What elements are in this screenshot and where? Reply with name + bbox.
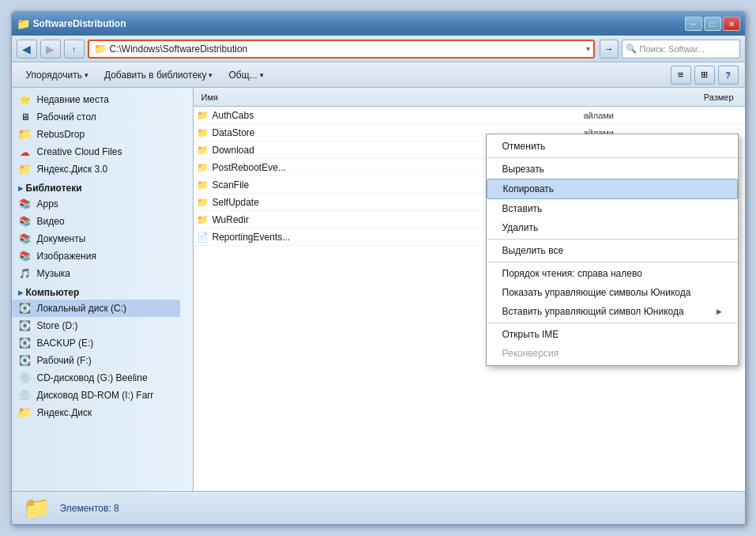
yandex-disk-2-icon: 📁 bbox=[18, 406, 32, 419]
ctx-item-cut[interactable]: Вырезать bbox=[487, 160, 738, 179]
sidebar-item-label: Видео bbox=[37, 216, 65, 227]
ctx-item-copy[interactable]: Копировать bbox=[487, 179, 738, 199]
ctx-separator bbox=[487, 262, 738, 262]
sidebar-item-yandex-disk-2[interactable]: 📁 Яндекс.Диск bbox=[12, 404, 180, 421]
go-button[interactable]: → bbox=[600, 40, 619, 59]
back-button[interactable]: ◀ bbox=[17, 40, 37, 59]
submenu-arrow-icon: ▶ bbox=[717, 308, 722, 315]
sidebar-item-e-drive[interactable]: 💽 BACKUP (E:) bbox=[12, 334, 180, 352]
view-list-button[interactable]: ≡ bbox=[671, 66, 691, 85]
ctx-item-delete[interactable]: Удалить bbox=[487, 218, 738, 237]
address-bar-row: ◀ ▶ ↑ 📁 C:\Windows\SoftwareDistribution … bbox=[12, 36, 745, 62]
video-icon: 📚 bbox=[18, 215, 32, 228]
help-button[interactable]: ? bbox=[718, 66, 739, 85]
sidebar-item-label: Недавние места bbox=[37, 94, 109, 105]
table-row[interactable]: 📁 AuthCabs айлами bbox=[194, 107, 745, 124]
sidebar-item-label: Изображения bbox=[37, 251, 96, 262]
ctx-separator bbox=[487, 323, 738, 323]
up-button[interactable]: ↑ bbox=[64, 40, 85, 59]
sidebar-item-label: Apps bbox=[37, 198, 58, 209]
ctx-item-label: Отменить bbox=[502, 141, 546, 152]
sidebar-content: ⭐ Недавние места 🖥 Рабочий стол 📁 RebusD… bbox=[12, 91, 193, 421]
close-button[interactable]: ✕ bbox=[723, 17, 740, 31]
explorer-window: 📁 SoftwareDistribution ─ □ ✕ ◀ ▶ ↑ 📁 C:\… bbox=[11, 11, 746, 525]
ctx-item-label: Удалить bbox=[502, 222, 539, 233]
music-icon: 🎵 bbox=[18, 267, 32, 280]
forward-button[interactable]: ▶ bbox=[40, 40, 61, 59]
libraries-triangle-icon: ▶ bbox=[18, 185, 23, 192]
sidebar-item-label: Яндекс.Диск bbox=[37, 407, 92, 418]
sidebar-item-label: Музыка bbox=[37, 268, 70, 279]
ctx-item-reading-order[interactable]: Порядок чтения: справа налево bbox=[487, 264, 738, 283]
organize-label: Упорядочить bbox=[26, 70, 82, 81]
search-box[interactable]: 🔍 Поиск: Softwar... bbox=[622, 40, 740, 59]
ctx-item-label: Вырезать bbox=[502, 164, 544, 175]
sidebar: ⭐ Недавние места 🖥 Рабочий стол 📁 RebusD… bbox=[12, 88, 194, 491]
sidebar-item-desktop[interactable]: 🖥 Рабочий стол bbox=[12, 108, 180, 126]
ctx-item-show-unicode[interactable]: Показать управляющие символы Юникода bbox=[487, 283, 738, 302]
file-icon: 📁 bbox=[197, 145, 209, 156]
add-to-library-button[interactable]: Добавить в библиотеку ▾ bbox=[96, 65, 221, 85]
ctx-item-select-all[interactable]: Выделить все bbox=[487, 241, 738, 260]
computer-section-header[interactable]: ▶ Компьютер bbox=[12, 282, 180, 300]
ctx-item-open-ime[interactable]: Открыть IME bbox=[487, 325, 738, 344]
ctx-item-label: Вставить bbox=[502, 203, 543, 214]
sidebar-item-c-drive[interactable]: 💽 Локальный диск (C:) bbox=[12, 300, 180, 317]
ctx-separator bbox=[487, 157, 738, 158]
libraries-section-header[interactable]: ▶ Библиотеки bbox=[12, 178, 180, 195]
status-bar: 📁 Элементов: 8 bbox=[12, 491, 745, 524]
ctx-item-label: Выделить все bbox=[502, 245, 564, 256]
file-name: DataStore bbox=[213, 127, 255, 138]
g-drive-icon: 💿 bbox=[18, 372, 32, 384]
sidebar-item-images[interactable]: 📚 Изображения bbox=[12, 247, 180, 265]
ctx-item-label: Порядок чтения: справа налево bbox=[502, 268, 642, 279]
rebusdrop-icon: 📁 bbox=[18, 128, 32, 141]
minimize-button[interactable]: ─ bbox=[685, 17, 702, 31]
col-header-name[interactable]: Имя bbox=[197, 92, 679, 102]
ctx-item-paste[interactable]: Вставить bbox=[487, 199, 738, 218]
view-details-button[interactable]: ⊞ bbox=[694, 66, 715, 85]
sidebar-item-apps[interactable]: 📚 Apps bbox=[12, 195, 180, 213]
sidebar-item-recent[interactable]: ⭐ Недавние места bbox=[12, 91, 180, 108]
sidebar-item-label: CD-дисковод (G:) Beeline bbox=[37, 372, 148, 383]
context-menu: Отменить Вырезать Копировать Вставить Уд… bbox=[486, 134, 739, 366]
file-icon: 📁 bbox=[197, 179, 209, 191]
ctx-item-label: Показать управляющие символы Юникода bbox=[502, 287, 691, 298]
col-header-size[interactable]: Размер bbox=[679, 92, 742, 102]
file-icon: 📁 bbox=[197, 162, 209, 173]
sidebar-item-g-drive[interactable]: 💿 CD-дисковод (G:) Beeline bbox=[12, 369, 180, 387]
sidebar-item-label: Документы bbox=[37, 233, 86, 244]
sidebar-item-video[interactable]: 📚 Видео bbox=[12, 213, 180, 230]
sidebar-item-creative-cloud[interactable]: ☁ Creative Cloud Files bbox=[12, 143, 180, 160]
address-folder-icon: 📁 bbox=[94, 43, 107, 55]
toolbar-right: ≡ ⊞ ? bbox=[671, 66, 739, 85]
sidebar-item-label: Яндекс.Диск 3.0 bbox=[37, 164, 108, 175]
creative-cloud-icon: ☁ bbox=[18, 145, 32, 158]
organize-button[interactable]: Упорядочить ▾ bbox=[18, 65, 96, 85]
sidebar-item-label: RebusDrop bbox=[37, 129, 85, 140]
share-arrow-icon: ▾ bbox=[260, 71, 264, 79]
computer-triangle-icon: ▶ bbox=[18, 289, 23, 296]
ctx-item-insert-unicode[interactable]: Вставить управляющий символ Юникода ▶ bbox=[487, 302, 738, 321]
sidebar-item-yandex-disk[interactable]: 📁 Яндекс.Диск 3.0 bbox=[12, 160, 180, 178]
sidebar-item-rebusdrop[interactable]: 📁 RebusDrop bbox=[12, 126, 180, 143]
sidebar-item-f-drive[interactable]: 💽 Рабочий (F:) bbox=[12, 352, 180, 369]
e-drive-icon: 💽 bbox=[18, 337, 32, 349]
address-box[interactable]: 📁 C:\Windows\SoftwareDistribution ▾ bbox=[88, 40, 595, 59]
sidebar-item-documents[interactable]: 📚 Документы bbox=[12, 230, 180, 247]
recent-icon: ⭐ bbox=[18, 93, 32, 106]
ctx-item-cancel[interactable]: Отменить bbox=[487, 137, 738, 156]
file-icon: 📁 bbox=[197, 214, 209, 225]
file-list-area: Имя Размер 📁 AuthCabs айлами 📁 DataSto bbox=[194, 88, 745, 491]
add-to-library-label: Добавить в библиотеку bbox=[104, 70, 207, 81]
sidebar-item-i-drive[interactable]: 💿 Дисковод BD-ROM (I:) Farr bbox=[12, 387, 180, 404]
sidebar-item-music[interactable]: 🎵 Музыка bbox=[12, 265, 180, 282]
maximize-button[interactable]: □ bbox=[704, 17, 721, 31]
address-dropdown-icon[interactable]: ▾ bbox=[586, 44, 590, 53]
sidebar-item-d-drive[interactable]: 💽 Store (D:) bbox=[12, 317, 180, 334]
file-name: AuthCabs bbox=[213, 110, 254, 121]
sidebar-item-label: Локальный диск (C:) bbox=[37, 303, 127, 314]
file-name-cell: 📁 AuthCabs bbox=[197, 110, 584, 121]
file-icon: 📁 bbox=[197, 197, 209, 208]
share-button[interactable]: Общ... ▾ bbox=[220, 65, 271, 85]
